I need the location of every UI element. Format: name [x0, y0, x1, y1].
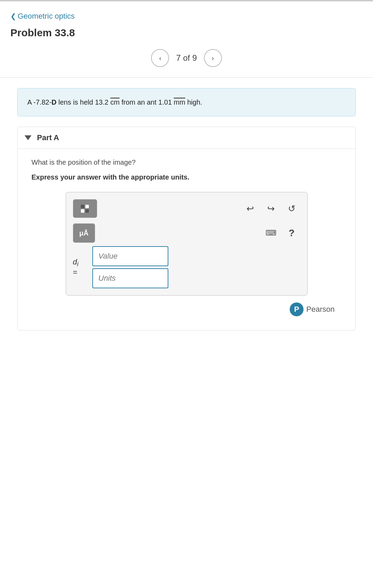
next-icon: ›: [212, 54, 214, 62]
answer-instruction: Express your answer with the appropriate…: [31, 172, 342, 182]
prev-icon: ‹: [159, 54, 161, 62]
part-a-label: Part A: [37, 133, 59, 142]
reset-button[interactable]: ↺: [283, 200, 300, 217]
input-row: di =: [73, 246, 300, 288]
redo-button[interactable]: ↪: [262, 200, 280, 217]
back-link[interactable]: ❮ Geometric optics: [10, 12, 75, 21]
pearson-logo: P Pearson: [290, 302, 335, 316]
value-input[interactable]: [92, 246, 168, 266]
keyboard-icon: ⌨: [265, 229, 277, 238]
part-a-section: Part A What is the position of the image…: [17, 127, 356, 330]
part-a-header[interactable]: Part A: [18, 127, 355, 149]
matrix-icon: [81, 205, 89, 213]
pearson-footer: P Pearson: [31, 296, 342, 316]
variable-label: di =: [73, 258, 87, 277]
toolbar: ↩ ↪ ↺: [73, 199, 300, 218]
undo-button[interactable]: ↩: [242, 200, 259, 217]
page-indicator: 7 of 9: [176, 53, 197, 63]
input-fields: [92, 246, 168, 288]
pearson-name: Pearson: [306, 305, 335, 314]
prev-button[interactable]: ‹: [151, 49, 169, 67]
header-section: ❮ Geometric optics Problem 33.8 ‹ 7 of 9…: [0, 1, 373, 78]
main-content: A -7.82-D lens is held 13.2 cm from an a…: [0, 78, 373, 341]
keyboard-button[interactable]: ⌨: [262, 224, 280, 242]
next-button[interactable]: ›: [204, 49, 222, 67]
reset-icon: ↺: [288, 203, 296, 214]
help-icon: ?: [289, 228, 295, 239]
undo-icon: ↩: [246, 203, 254, 214]
mu-button[interactable]: μÅ: [73, 223, 95, 243]
problem-statement: A -7.82-D lens is held 13.2 cm from an a…: [17, 88, 356, 116]
units-input[interactable]: [92, 268, 168, 288]
chevron-left-icon: ❮: [10, 12, 16, 20]
part-a-body: What is the position of the image? Expre…: [18, 149, 355, 330]
mu-icon: μÅ: [79, 229, 88, 237]
matrix-button[interactable]: [73, 199, 97, 218]
pearson-circle-icon: P: [290, 302, 304, 316]
problem-text: A -7.82-D lens is held 13.2 cm from an a…: [27, 98, 202, 106]
question-text: What is the position of the image?: [31, 158, 342, 166]
collapse-icon: [25, 135, 31, 140]
redo-icon: ↪: [267, 203, 275, 214]
back-link-label: Geometric optics: [18, 12, 75, 21]
problem-title: Problem 33.8: [10, 27, 363, 39]
help-button[interactable]: ?: [283, 224, 300, 242]
answer-box: ↩ ↪ ↺ μÅ ⌨: [66, 192, 308, 296]
navigation-row: ‹ 7 of 9 ›: [10, 46, 363, 70]
